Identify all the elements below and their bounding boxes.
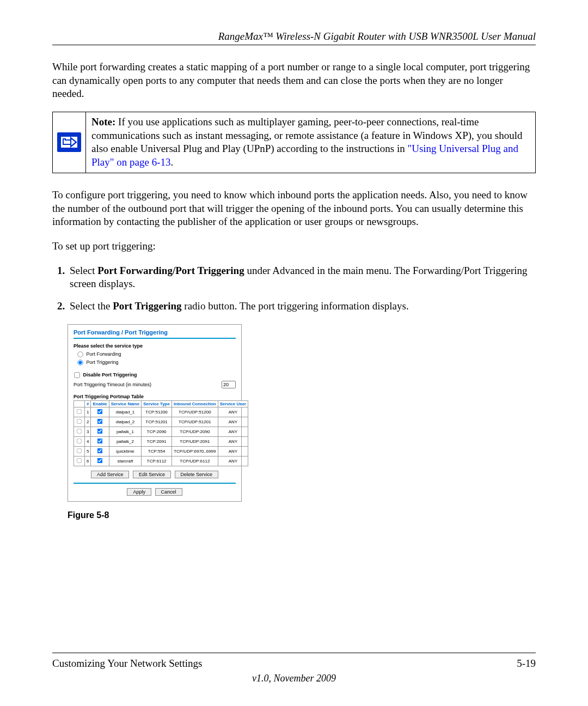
radio-port-triggering[interactable] <box>77 360 83 365</box>
row-user: ANY <box>218 417 248 427</box>
row-enable-checkbox[interactable] <box>97 409 103 414</box>
radio-port-forwarding-label: Port Forwarding <box>87 351 121 357</box>
col-num: # <box>85 400 91 407</box>
row-num: 6 <box>85 456 91 466</box>
row-inbound: TCP/UDP:6112 <box>171 456 218 466</box>
footer-section-title: Customizing Your Network Settings <box>52 658 203 670</box>
row-select-radio[interactable] <box>77 409 82 414</box>
row-inbound: TCP/UDP:2090 <box>171 427 218 436</box>
edit-service-button[interactable]: Edit Service <box>133 471 171 478</box>
step-1: Select Port Forwarding/Port Triggering u… <box>68 264 536 291</box>
row-enable-checkbox[interactable] <box>97 438 103 443</box>
page-footer: Customizing Your Network Settings 5-19 v… <box>52 653 536 684</box>
fig-select-label: Please select the service type <box>74 343 236 349</box>
checkbox-disable-triggering[interactable] <box>74 372 79 378</box>
row-inbound: TCP/UDP:6970..6999 <box>171 446 218 456</box>
col-enable: Enable <box>91 400 109 407</box>
row-num: 4 <box>85 436 91 446</box>
row-enable-checkbox[interactable] <box>97 448 103 453</box>
row-select-radio[interactable] <box>77 438 82 443</box>
row-num: 2 <box>85 417 91 427</box>
footer-rule <box>52 653 536 653</box>
timeout-label: Port Triggering Timeout (in minutes) <box>74 382 151 387</box>
row-user: ANY <box>218 446 248 456</box>
row-user: ANY <box>218 427 248 436</box>
row-type: TCP:554 <box>142 446 172 456</box>
table-row: 2dialpad_2TCP:51201TCP/UDP:51201ANY <box>74 417 248 427</box>
row-user: ANY <box>218 456 248 466</box>
row-enable-checkbox[interactable] <box>97 418 103 424</box>
note-text-b: . <box>170 156 173 168</box>
cancel-button[interactable]: Cancel <box>155 488 182 496</box>
row-type: TCP:51200 <box>142 407 172 417</box>
figure-port-triggering: Port Forwarding / Port Triggering Please… <box>68 324 242 502</box>
document-header-title: RangeMax™ Wireless-N Gigabit Router with… <box>52 31 536 42</box>
fig-title: Port Forwarding / Port Triggering <box>74 329 236 336</box>
timeout-input[interactable] <box>222 381 236 388</box>
note-icon-cell <box>53 112 86 173</box>
table-row: 3paltalk_1TCP:2090TCP/UDP:2090ANY <box>74 427 248 436</box>
row-inbound: TCP/UDP:51200 <box>171 407 218 417</box>
row-user: ANY <box>218 436 248 446</box>
step-2b-bold: Port Triggering <box>113 300 181 312</box>
footer-version: v1.0, November 2009 <box>52 673 536 684</box>
disable-triggering-label: Disable Port Triggering <box>83 372 137 378</box>
radio-port-triggering-label: Port Triggering <box>87 360 119 365</box>
col-select <box>74 400 85 407</box>
col-inbound: Inbound Connection <box>171 400 218 407</box>
row-select-radio[interactable] <box>77 428 82 434</box>
step-2a: Select the <box>70 300 113 312</box>
row-inbound: TCP/UDP:51201 <box>171 417 218 427</box>
fig-table-title: Port Triggering Portmap Table <box>74 394 236 399</box>
table-row: 5quicktimeTCP:554TCP/UDP:6970..6999ANY <box>74 446 248 456</box>
row-num: 1 <box>85 407 91 417</box>
row-select-radio[interactable] <box>77 418 82 424</box>
col-name: Service Name <box>109 400 141 407</box>
paragraph-config: To configure port triggering, you need t… <box>52 188 536 229</box>
step-2c: radio button. The port triggering inform… <box>182 300 409 312</box>
row-name: starcraft <box>109 456 141 466</box>
step-2: Select the Port Triggering radio button.… <box>68 300 536 313</box>
row-type: TCP:2091 <box>142 436 172 446</box>
step-1b-bold: Port Forwarding/Port Triggering <box>97 265 244 276</box>
fig-bottom-rule <box>74 483 236 484</box>
row-num: 3 <box>85 427 91 436</box>
add-service-button[interactable]: Add Service <box>91 471 130 478</box>
row-name: paltalk_1 <box>109 427 141 436</box>
row-select-radio[interactable] <box>77 448 82 453</box>
row-name: dialpad_2 <box>109 417 141 427</box>
delete-service-button[interactable]: Delete Service <box>175 471 219 478</box>
step-1a: Select <box>70 265 97 276</box>
figure-caption: Figure 5-8 <box>68 510 536 520</box>
col-type: Service Type <box>142 400 172 407</box>
row-enable-checkbox[interactable] <box>97 458 103 463</box>
note-label: Note: <box>91 116 115 127</box>
row-name: quicktime <box>109 446 141 456</box>
portmap-table: # Enable Service Name Service Type Inbou… <box>74 400 248 466</box>
paragraph-intro: While port forwarding creates a static m… <box>52 60 536 101</box>
table-row: 4paltalk_2TCP:2091TCP/UDP:2091ANY <box>74 436 248 446</box>
table-row: 6starcraftTCP:6112TCP/UDP:6112ANY <box>74 456 248 466</box>
row-type: TCP:2090 <box>142 427 172 436</box>
col-user: Service User <box>218 400 248 407</box>
table-row: 1dialpad_1TCP:51200TCP/UDP:51200ANY <box>74 407 248 417</box>
row-num: 5 <box>85 446 91 456</box>
row-enable-checkbox[interactable] <box>97 428 103 434</box>
fig-title-rule <box>74 338 236 339</box>
row-user: ANY <box>218 407 248 417</box>
row-name: dialpad_1 <box>109 407 141 417</box>
header-rule <box>52 45 536 45</box>
row-select-radio[interactable] <box>77 458 82 463</box>
row-inbound: TCP/UDP:2091 <box>171 436 218 446</box>
note-text: Note: If you use applications such as mu… <box>86 112 535 173</box>
arrow-note-icon <box>57 132 81 152</box>
setup-steps-list: Select Port Forwarding/Port Triggering u… <box>52 264 536 313</box>
apply-button[interactable]: Apply <box>127 488 151 496</box>
paragraph-setup-intro: To set up port triggering: <box>52 240 536 253</box>
row-type: TCP:51201 <box>142 417 172 427</box>
note-box: Note: If you use applications such as mu… <box>52 112 536 173</box>
row-name: paltalk_2 <box>109 436 141 446</box>
radio-port-forwarding[interactable] <box>77 351 83 357</box>
footer-page-number: 5-19 <box>517 658 536 670</box>
row-type: TCP:6112 <box>142 456 172 466</box>
